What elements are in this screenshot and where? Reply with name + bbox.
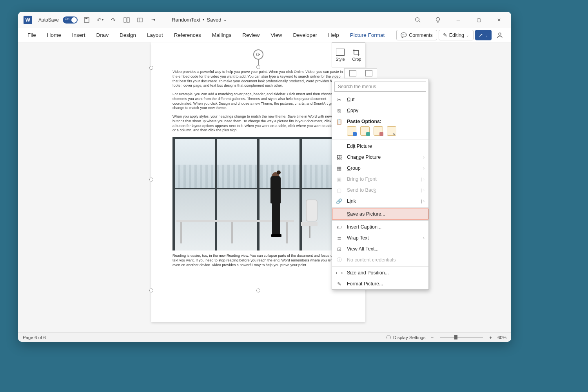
menu-send-to-back: ▢ Send to Back | › bbox=[332, 185, 428, 196]
wrap-text-icon: ≣ bbox=[336, 235, 342, 241]
layout-option-1[interactable] bbox=[349, 70, 356, 76]
change-picture-label: Change Picture bbox=[347, 154, 381, 160]
picture-mini-toolbar: Style Crop bbox=[332, 42, 365, 67]
tab-layout[interactable]: Layout bbox=[142, 30, 168, 40]
paste-option-1[interactable] bbox=[347, 126, 356, 136]
cut-label: Cut bbox=[347, 97, 354, 102]
editing-mode-button[interactable]: ✎ Editing ⌄ bbox=[439, 30, 474, 40]
crop-label: Crop bbox=[352, 57, 361, 62]
search-icon[interactable] bbox=[408, 12, 426, 28]
document-area[interactable]: ⟳ Video provides a powerful way to help … bbox=[18, 42, 511, 332]
tab-picture-format[interactable]: Picture Format bbox=[345, 30, 390, 40]
wrap-text-label: Wrap Text bbox=[347, 235, 369, 241]
submenu-arrow-icon: | › bbox=[421, 188, 425, 192]
style-button[interactable]: Style bbox=[332, 43, 348, 67]
maximize-button[interactable]: ▢ bbox=[470, 12, 488, 28]
menu-search-input[interactable]: Search the menus bbox=[334, 82, 426, 92]
autosave-state: On bbox=[65, 17, 69, 21]
svg-point-6 bbox=[436, 17, 440, 21]
svg-rect-4 bbox=[138, 18, 142, 22]
comments-button[interactable]: 💬 Comments bbox=[396, 30, 437, 40]
menu-change-picture[interactable]: 🖼 Change Picture › bbox=[332, 152, 428, 163]
menu-save-as-picture[interactable]: Save as Picture... bbox=[332, 209, 428, 220]
menu-link[interactable]: 🔗 Link | › bbox=[332, 196, 428, 207]
tab-help[interactable]: Help bbox=[323, 30, 344, 40]
submenu-arrow-icon: | › bbox=[421, 199, 425, 203]
selection-handle-tl[interactable] bbox=[149, 66, 153, 70]
titlebar: W AutoSave On ↶▾ ↷ ⁼▾ RandomText • Saved… bbox=[18, 12, 511, 28]
layout-options-popup[interactable] bbox=[344, 68, 377, 78]
zoom-out-button[interactable]: − bbox=[431, 335, 434, 340]
share-button[interactable]: ↗ ⌄ bbox=[475, 30, 492, 40]
qat-overflow-icon[interactable]: ⁼▾ bbox=[149, 16, 158, 24]
tab-view[interactable]: View bbox=[266, 30, 287, 40]
word-app-icon: W bbox=[24, 16, 32, 24]
qat-icon-2[interactable] bbox=[136, 16, 144, 24]
tab-design[interactable]: Design bbox=[115, 30, 141, 40]
redo-icon[interactable]: ↷ bbox=[109, 16, 118, 24]
editing-label: Editing bbox=[449, 33, 464, 38]
submenu-arrow-icon: › bbox=[423, 166, 425, 171]
close-button[interactable]: ✕ bbox=[490, 12, 508, 28]
selection-handle-ml[interactable] bbox=[149, 178, 153, 181]
inline-picture[interactable] bbox=[172, 137, 343, 250]
tab-developer[interactable]: Developer bbox=[289, 30, 322, 40]
paste-option-4[interactable] bbox=[387, 126, 396, 136]
tab-draw[interactable]: Draw bbox=[92, 30, 114, 40]
selection-handle-bc[interactable] bbox=[256, 289, 260, 292]
no-credentials-label: No content credentials bbox=[347, 257, 396, 263]
tab-references[interactable]: References bbox=[169, 30, 206, 40]
autosave-toggle[interactable]: On bbox=[63, 16, 78, 24]
edit-picture-label: Edit Picture bbox=[347, 143, 372, 149]
style-icon bbox=[336, 49, 345, 56]
qat-icon-1[interactable] bbox=[122, 16, 131, 24]
tab-insert[interactable]: Insert bbox=[67, 30, 90, 40]
paste-option-3[interactable] bbox=[374, 126, 383, 136]
zoom-slider[interactable] bbox=[440, 337, 483, 338]
rotation-handle[interactable]: ⟳ bbox=[253, 49, 263, 60]
doc-name: RandomText bbox=[172, 17, 200, 23]
selection-handle-tc[interactable] bbox=[256, 65, 260, 69]
display-settings-label[interactable]: Display Settings bbox=[393, 335, 425, 340]
paragraph-1: Video provides a powerful way to help yo… bbox=[172, 70, 344, 88]
pencil-icon: ✎ bbox=[443, 32, 447, 38]
minimize-button[interactable]: ─ bbox=[449, 12, 467, 28]
paste-option-2[interactable] bbox=[360, 126, 370, 136]
save-as-picture-label: Save as Picture... bbox=[347, 211, 385, 217]
tab-file[interactable]: File bbox=[23, 30, 41, 40]
selection-handle-bl[interactable] bbox=[149, 289, 153, 292]
tab-review[interactable]: Review bbox=[238, 30, 264, 40]
save-icon[interactable] bbox=[82, 16, 91, 24]
zoom-in-button[interactable]: + bbox=[489, 335, 492, 340]
size-position-label: Size and Position... bbox=[347, 270, 389, 276]
display-settings-icon[interactable]: 🖵 bbox=[386, 335, 391, 340]
menu-group[interactable]: ▦ Group › bbox=[332, 163, 428, 174]
page-info[interactable]: Page 6 of 6 bbox=[23, 335, 46, 340]
tab-home[interactable]: Home bbox=[42, 30, 66, 40]
menu-format-picture[interactable]: ✎ Format Picture... bbox=[332, 278, 428, 289]
app-window: W AutoSave On ↶▾ ↷ ⁼▾ RandomText • Saved… bbox=[18, 12, 511, 342]
menu-no-credentials: ⓘ No content credentials bbox=[332, 254, 428, 265]
lightbulb-icon[interactable] bbox=[429, 12, 447, 28]
group-label: Group bbox=[347, 165, 361, 171]
tab-mailings[interactable]: Mailings bbox=[207, 30, 236, 40]
crop-button[interactable]: Crop bbox=[348, 43, 365, 67]
paragraph-2: For example, you can add a matching cove… bbox=[172, 92, 344, 111]
menu-insert-caption[interactable]: 🏷 Insert Caption... bbox=[332, 221, 428, 232]
undo-icon[interactable]: ↶▾ bbox=[96, 16, 104, 24]
zoom-percentage[interactable]: 60% bbox=[497, 335, 506, 340]
paste-icon: 📋 bbox=[336, 118, 342, 125]
menu-copy[interactable]: ⎘ Copy bbox=[332, 105, 428, 116]
menu-cut[interactable]: ✂ Cut bbox=[332, 94, 428, 105]
menu-view-alt-text[interactable]: ⊡ View Alt Text... bbox=[332, 243, 428, 254]
menu-wrap-text[interactable]: ≣ Wrap Text › bbox=[332, 232, 428, 243]
menu-edit-picture[interactable]: Edit Picture bbox=[332, 141, 428, 152]
zoom-thumb[interactable] bbox=[454, 335, 457, 339]
account-icon[interactable] bbox=[493, 30, 506, 40]
format-picture-label: Format Picture... bbox=[347, 281, 383, 287]
layout-option-2[interactable] bbox=[365, 70, 372, 76]
send-back-icon: ▢ bbox=[336, 187, 342, 193]
toggle-knob bbox=[71, 17, 77, 23]
menu-size-position[interactable]: ⟷ Size and Position... bbox=[332, 267, 428, 278]
document-title[interactable]: RandomText • Saved ⌄ bbox=[172, 17, 227, 23]
